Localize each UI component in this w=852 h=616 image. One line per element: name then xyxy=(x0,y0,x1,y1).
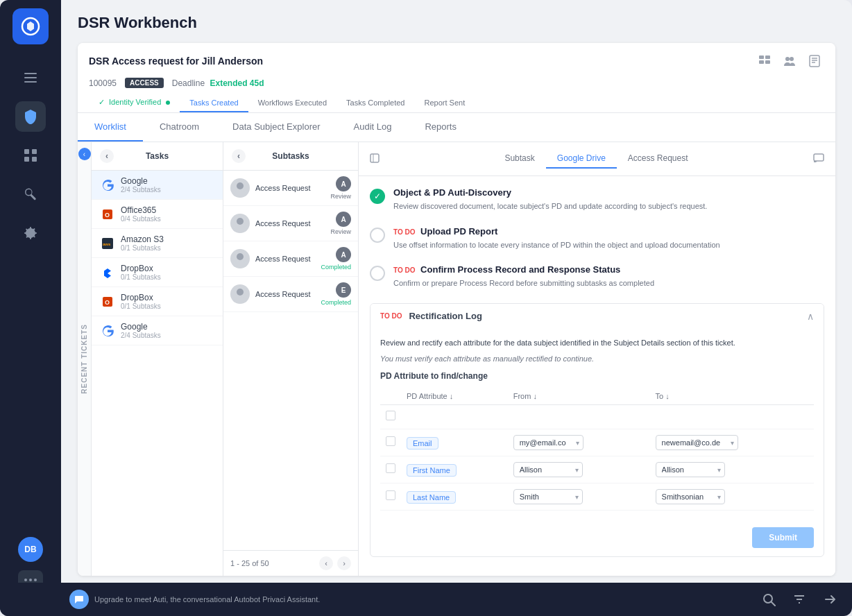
rect-collapse-icon[interactable]: ∧ xyxy=(807,311,814,322)
arrow-action-btn[interactable] xyxy=(819,588,841,610)
pd-attribute-table: PD Attribute ↓ From ↓ To ↓ xyxy=(380,388,814,511)
task-item[interactable]: DropBox 0/1 Subtasks xyxy=(92,258,223,287)
detail-tab-subtask[interactable]: Subtask xyxy=(493,149,545,169)
detail-panel: Subtask Google Drive Access Request xyxy=(359,142,835,576)
progress-tab-workflows[interactable]: Workflows Executed xyxy=(248,94,336,112)
detail-tabs: Subtask Google Drive Access Request xyxy=(493,149,699,169)
rect-header-left: TO DO Rectification Log xyxy=(380,311,482,321)
subtasks-next-btn[interactable]: › xyxy=(337,556,351,570)
header-icon-people[interactable] xyxy=(780,51,799,71)
subtasks-nav-arrows: ‹ › xyxy=(319,556,351,570)
svg-point-31 xyxy=(237,182,244,189)
upgrade-message: Upgrade to meet Auti, the conversational… xyxy=(69,590,320,609)
row-checkbox[interactable] xyxy=(386,411,395,420)
subtask-item[interactable]: Access Request A Completed xyxy=(223,241,358,277)
svg-rect-18 xyxy=(765,60,770,64)
subtask-info: Access Request xyxy=(255,184,325,192)
tab-worklist[interactable]: Worklist xyxy=(78,113,143,142)
task-title: TO DO Upload PD Report xyxy=(393,226,824,237)
task-item[interactable]: O DropBox 0/1 Subtasks xyxy=(92,287,223,316)
from-select[interactable]: my@email.co xyxy=(513,435,583,450)
task-item[interactable]: Google 2/4 Subtasks xyxy=(92,316,223,345)
task-item[interactable]: aws Amazon S3 0/1 Subtasks xyxy=(92,229,223,258)
main-area: DSR Workbench DSR Access request for Jil… xyxy=(61,0,852,616)
task-item[interactable]: Google 2/4 Subtasks xyxy=(92,171,223,200)
row-checkbox[interactable] xyxy=(386,463,395,473)
subtask-avatar xyxy=(230,178,250,198)
content-card: DSR Access request for Jill Anderson 100… xyxy=(78,43,835,576)
header-icon-user[interactable] xyxy=(755,51,774,71)
subtasks-nav-back[interactable]: ‹ xyxy=(232,149,246,163)
header-bar: DSR Access request for Jill Anderson 100… xyxy=(78,43,835,113)
body-layout: ‹ RECENT TICKETS ‹ Tasks xyxy=(78,142,835,576)
comment-icon[interactable] xyxy=(813,153,824,165)
row-checkbox[interactable] xyxy=(386,436,395,446)
subtask-item[interactable]: Access Request E Completed xyxy=(223,277,358,312)
svg-rect-16 xyxy=(765,55,770,59)
subtask-right: A Completed xyxy=(321,247,351,271)
detail-tab-google-drive[interactable]: Google Drive xyxy=(546,149,617,169)
from-select[interactable]: Allison xyxy=(513,462,583,477)
progress-tab-tasks[interactable]: Tasks Created xyxy=(180,94,248,112)
sidebar-item-shield[interactable] xyxy=(15,101,46,132)
task-card-body: Object & PD Auti-Discovery Review discov… xyxy=(393,187,824,212)
sidebar-item-grid[interactable] xyxy=(15,140,46,171)
to-select-wrap: Allison xyxy=(656,462,725,477)
todo-label: TO DO xyxy=(393,266,415,274)
bottom-bar: Upgrade to meet Auti, the conversational… xyxy=(0,583,852,616)
task-info: Office365 0/4 Subtasks xyxy=(121,205,214,223)
attribute-tag: First Name xyxy=(407,464,457,477)
detail-content: ✓ Object & PD Auti-Discovery Review disc… xyxy=(359,176,835,576)
tab-reports[interactable]: Reports xyxy=(408,113,473,142)
progress-tab-completed[interactable]: Tasks Completed xyxy=(336,94,414,112)
to-select[interactable]: newemail@co.de xyxy=(656,435,738,450)
progress-tab-identity[interactable]: ✓ Identity Verified xyxy=(89,94,180,112)
svg-point-33 xyxy=(237,253,244,260)
row-checkbox[interactable] xyxy=(386,490,395,500)
access-badge: ACCESS xyxy=(125,78,164,88)
subtask-badge: E xyxy=(336,282,351,298)
user-avatar[interactable]: DB xyxy=(18,537,43,562)
filter-action-btn[interactable] xyxy=(788,588,810,610)
task-check-todo xyxy=(370,228,385,243)
svg-rect-4 xyxy=(24,149,29,154)
todo-label: TO DO xyxy=(393,228,415,236)
subtask-right: A Review xyxy=(330,212,351,235)
to-select[interactable]: Smithsonian xyxy=(656,489,725,504)
subtasks-prev-btn[interactable]: ‹ xyxy=(319,556,333,570)
tasks-panel: ‹ Tasks Google 2/4 Subtasks xyxy=(92,142,223,576)
expand-icon[interactable] xyxy=(370,153,380,165)
main-tabs: Worklist Chatroom Data Subject Explorer … xyxy=(78,113,835,142)
task-card-body: TO DO Confirm Process Record and Respons… xyxy=(393,264,824,289)
task-card: TO DO Confirm Process Record and Respons… xyxy=(370,264,824,289)
subtask-item[interactable]: Access Request A Review xyxy=(223,171,358,206)
tasks-nav-back[interactable]: ‹ xyxy=(100,149,114,163)
submit-button[interactable]: Submit xyxy=(752,527,814,548)
rect-header[interactable]: TO DO Rectification Log ∧ xyxy=(370,304,824,329)
sidebar-item-settings[interactable] xyxy=(15,218,46,248)
progress-tab-report[interactable]: Report Sent xyxy=(414,94,475,112)
task-card-body: TO DO Upload PD Report Use offset inform… xyxy=(393,226,824,251)
sidebar-item-tools[interactable] xyxy=(15,179,46,209)
detail-tab-access-request[interactable]: Access Request xyxy=(617,149,699,169)
tab-chatroom[interactable]: Chatroom xyxy=(143,113,216,142)
tab-data-subject[interactable]: Data Subject Explorer xyxy=(216,113,336,142)
header-icon-document[interactable] xyxy=(805,51,824,71)
search-action-btn[interactable] xyxy=(758,588,780,610)
subtask-item[interactable]: Access Request A Review xyxy=(223,206,358,241)
collapse-button[interactable]: ‹ xyxy=(78,148,91,160)
to-select[interactable]: Allison xyxy=(656,462,725,477)
task-info: Amazon S3 0/1 Subtasks xyxy=(121,234,214,252)
sidebar-menu-icon[interactable] xyxy=(15,62,46,93)
rect-body: Review and rectify each attribute for th… xyxy=(370,329,824,557)
from-select[interactable]: Smith xyxy=(513,489,583,504)
bottom-actions xyxy=(758,588,841,610)
rect-title: Rectification Log xyxy=(409,311,482,321)
svg-text:O: O xyxy=(105,299,110,306)
task-item[interactable]: O Office365 0/4 Subtasks xyxy=(92,200,223,229)
col-from: From ↓ xyxy=(508,388,650,405)
task-logo-google xyxy=(100,178,115,193)
recent-tickets-bar[interactable]: ‹ RECENT TICKETS xyxy=(78,142,92,576)
tab-audit-log[interactable]: Audit Log xyxy=(337,113,409,142)
svg-point-11 xyxy=(34,579,37,581)
